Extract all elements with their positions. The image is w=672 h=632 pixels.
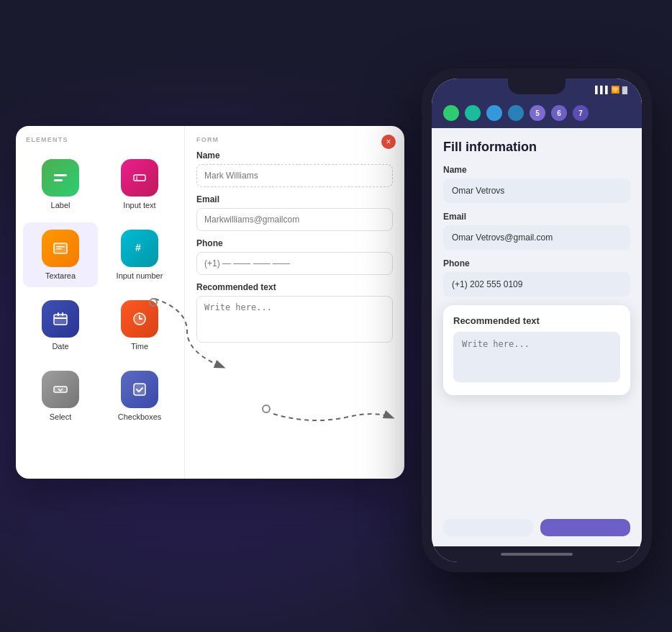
element-input-text[interactable]: I Input text <box>102 152 177 217</box>
step-dot-1 <box>443 105 459 121</box>
close-button[interactable]: × <box>381 135 396 149</box>
recommended-box-title: Recommended text <box>453 315 620 326</box>
status-icons: ▐▐▐ 🛜 ▓ <box>592 86 627 94</box>
element-label[interactable]: Label <box>23 152 98 217</box>
svg-rect-11 <box>62 312 63 316</box>
svg-rect-10 <box>58 312 59 316</box>
phone-name-input[interactable] <box>443 179 630 203</box>
phone-inner: ▐▐▐ 🛜 ▓ 5 6 7 Fill information Name Emai… <box>432 78 642 562</box>
form-email-group: Email <box>185 194 404 238</box>
step-dot-4 <box>508 105 524 121</box>
svg-rect-14 <box>139 318 142 320</box>
form-email-input[interactable] <box>196 208 393 231</box>
step-dot-2 <box>465 105 481 121</box>
label-element-text: Label <box>51 201 71 209</box>
phone-mockup: ▐▐▐ 🛜 ▓ 5 6 7 Fill information Name Emai… <box>422 68 652 572</box>
battery-icon: ▓ <box>622 86 627 94</box>
elements-panel-label: ELEMENTS <box>23 136 177 143</box>
element-time[interactable]: Time <box>102 293 177 358</box>
form-phone-label: Phone <box>196 238 393 248</box>
signal-icon: ▐▐▐ <box>592 86 607 94</box>
wifi-icon: 🛜 <box>611 86 619 94</box>
form-name-input[interactable] <box>196 164 393 187</box>
svg-rect-8 <box>54 315 67 325</box>
input-text-element-text: Input text <box>123 201 155 209</box>
recommended-box: Recommended text <box>443 305 630 395</box>
next-button[interactable] <box>540 519 630 536</box>
svg-text:I: I <box>136 175 137 181</box>
date-icon <box>42 300 79 338</box>
step-dot-6: 6 <box>551 105 567 121</box>
phone-email-input[interactable] <box>443 225 630 250</box>
elements-grid: Label I Input text Textarea # Input numb… <box>23 152 177 428</box>
form-recommended-label: Recommended text <box>196 282 393 292</box>
phone-phone-label: Phone <box>443 258 630 268</box>
element-input-number[interactable]: # Input number <box>102 222 177 287</box>
elements-panel: ELEMENTS Label I Input text Textarea <box>16 126 185 479</box>
phone-phone-group: Phone <box>443 258 630 297</box>
textarea-icon <box>42 230 79 267</box>
step-dot-7: 7 <box>573 105 589 121</box>
form-email-label: Email <box>196 194 393 204</box>
label-icon <box>42 159 79 197</box>
svg-rect-1 <box>54 179 63 181</box>
form-name-group: Name <box>185 150 404 194</box>
form-panel: FORM × Name Email Phone Recommended text <box>185 126 404 479</box>
svg-rect-16 <box>134 384 145 395</box>
select-icon <box>42 371 79 408</box>
form-recommended-textarea[interactable] <box>196 296 393 343</box>
time-element-text: Time <box>131 342 148 351</box>
phone-email-group: Email <box>443 212 630 250</box>
phone-bottom <box>432 512 642 546</box>
time-icon <box>121 300 158 338</box>
input-number-element-text: Input number <box>117 271 163 280</box>
step-dots: 5 6 7 <box>432 99 642 128</box>
phone-home-bar <box>432 546 642 562</box>
svg-text:#: # <box>135 242 141 253</box>
input-number-icon: # <box>121 230 158 267</box>
svg-rect-0 <box>54 174 67 176</box>
step-dot-5: 5 <box>530 105 545 121</box>
form-phone-group: Phone <box>185 238 404 282</box>
step-dot-3 <box>486 105 502 121</box>
input-text-icon: I <box>121 159 158 197</box>
form-phone-input[interactable] <box>196 252 393 275</box>
svg-rect-6 <box>56 248 62 250</box>
phone-name-label: Name <box>443 165 630 175</box>
form-recommended-group: Recommended text <box>185 282 404 353</box>
phone-form: Fill information Name Email Phone Recomm… <box>432 128 642 512</box>
back-button[interactable] <box>443 519 533 536</box>
checkboxes-icon <box>121 371 158 408</box>
date-element-text: Date <box>52 342 68 351</box>
textarea-element-text: Textarea <box>45 271 76 280</box>
element-checkboxes[interactable]: Checkboxes <box>102 364 177 428</box>
element-select[interactable]: Select <box>23 364 98 428</box>
svg-rect-9 <box>54 317 67 319</box>
checkboxes-element-text: Checkboxes <box>118 412 162 421</box>
phone-email-label: Email <box>443 212 630 222</box>
recommended-box-textarea[interactable] <box>453 332 620 382</box>
element-textarea[interactable]: Textarea <box>23 222 98 287</box>
home-indicator <box>501 553 573 556</box>
phone-notch <box>508 78 566 94</box>
phone-form-title: Fill information <box>443 140 630 155</box>
phone-name-group: Name <box>443 165 630 203</box>
select-element-text: Select <box>50 412 72 421</box>
form-name-label: Name <box>196 150 393 161</box>
svg-rect-5 <box>56 246 65 248</box>
element-date[interactable]: Date <box>23 293 98 358</box>
phone-phone-input[interactable] <box>443 272 630 297</box>
builder-card: ELEMENTS Label I Input text Textarea <box>16 126 404 479</box>
form-panel-label: FORM <box>185 126 404 150</box>
